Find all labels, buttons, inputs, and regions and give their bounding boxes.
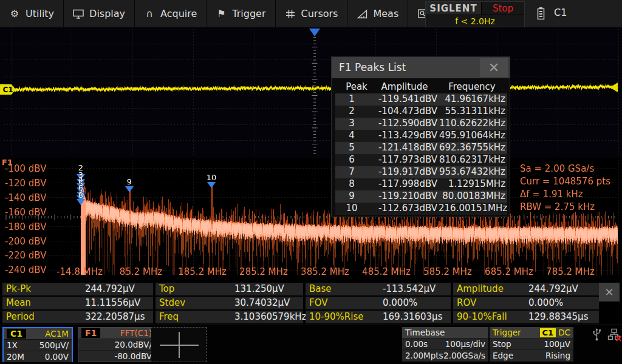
peaks-table-row[interactable]: 6-117.973dBV810.62317kHz	[335, 154, 507, 166]
peak-marker-number: 10	[207, 173, 217, 182]
peak-amplitude: -117.973dBV	[372, 154, 437, 165]
menu-item-acquire[interactable]: ∩Acquire	[135, 0, 207, 27]
measurement-value: 244.792μV	[528, 283, 578, 294]
trigger-level-arrow-icon[interactable]	[610, 83, 618, 92]
measurement-value: 0.000%	[383, 297, 417, 308]
peaks-table-row[interactable]: 9-119.210dBV80.00183MHz	[335, 190, 507, 203]
menu-item-label: Acquire	[160, 8, 197, 19]
trigger-descriptor[interactable]: Trigger C1 DC Stop 100μV Edge Rising	[490, 327, 573, 362]
peaks-panel-close-button[interactable]: ✕	[480, 58, 508, 77]
fft-info-line: RBW = 2.75 kHz	[520, 201, 595, 212]
measurement-cell-rov[interactable]: ROV0.000%	[453, 297, 599, 309]
fft-frequency-tick-label: 185.2 MHz	[178, 266, 227, 277]
waveform-display[interactable]: C1 F1 -100 dBV-120 dBV-140 dBV-160 dBV-1…	[0, 27, 622, 279]
graticule-canvas[interactable]	[0, 27, 622, 279]
peaks-table-row[interactable]: 2-104.473dBV55.31311kHz	[335, 106, 507, 118]
peaks-table-row[interactable]: 5-121.418dBV692.36755kHz	[335, 142, 507, 154]
menu-bar: ⚙UtilityDisplay∩Acquire⚑TriggerCursorsMe…	[0, 0, 622, 28]
fft-dbv-tick-label: -180 dBV	[5, 221, 46, 232]
peak-frequency: 495.91064kHz	[439, 130, 505, 141]
measurement-cell-pk-pk[interactable]: Pk-Pk244.792μV	[2, 283, 153, 295]
channel-c1-descriptor[interactable]: C1 AC1M 1X 500μV/ 20M 0.00V	[2, 327, 73, 362]
peak-number: 2	[335, 106, 368, 116]
measurement-value: 131.250μV	[234, 283, 284, 294]
brand-status-box: SIGLENT Stop f < 2.0Hz	[425, 1, 525, 27]
peaks-table-row[interactable]: 8-117.998dBV1.12915MHz	[335, 178, 507, 190]
trigger-source-badge: C1	[540, 328, 556, 337]
c1-scale: 500μV/	[39, 340, 69, 350]
menu-item-label: Trigger	[232, 8, 265, 19]
measurement-label: 90-10%Fall	[457, 311, 507, 322]
measurement-label: Top	[159, 283, 174, 294]
measurement-cell-10-90%rise[interactable]: 10-90%Rise169.31603μs	[306, 311, 451, 323]
measurement-cell-fov[interactable]: FOV0.000%	[306, 297, 451, 309]
peaks-panel-header[interactable]: F1 Peaks List ✕	[332, 57, 510, 78]
fft-dbv-tick-label: -240 dBV	[5, 265, 46, 275]
peak-frequency: 41.96167kHz	[439, 93, 505, 104]
measurement-cell-top[interactable]: Top131.250μV	[156, 283, 303, 295]
menu-item-label: Meas	[373, 8, 398, 19]
measurement-label: FOV	[309, 297, 327, 308]
timebase-scale: 100μs/div	[445, 339, 485, 349]
trigger-position-marker-icon[interactable]	[309, 29, 320, 36]
siglent-logo: SIGLENT	[426, 2, 482, 15]
measurement-label: Mean	[6, 297, 31, 308]
peaks-table-row[interactable]: 4-113.429dBV495.91064kHz	[335, 130, 507, 142]
c1-offset: 0.00V	[45, 352, 69, 362]
measurement-label: Stdev	[159, 297, 185, 308]
acquisition-status[interactable]: Stop	[482, 2, 524, 15]
measurement-strip: Pk-Pk244.792μVTop131.250μVBase-113.542μV…	[0, 279, 622, 325]
measurement-cell-mean[interactable]: Mean11.11556μV	[2, 297, 153, 309]
peak-marker-triangle-icon	[125, 186, 134, 192]
measurement-cell-amplitude[interactable]: Amplitude244.792μV	[453, 283, 599, 295]
menu-item-utility[interactable]: ⚙Utility	[0, 0, 64, 27]
close-icon: ✕	[604, 286, 613, 298]
peak-number: 7	[335, 166, 368, 177]
measurement-label: Freq	[159, 311, 179, 322]
measurement-cell-stdev[interactable]: Stdev30.74032μV	[156, 297, 303, 309]
peak-number: 5	[335, 142, 368, 153]
usb-icon[interactable]	[592, 328, 602, 344]
menu-item-display[interactable]: Display	[64, 0, 135, 27]
menu-item-cursors[interactable]: Cursors	[276, 0, 348, 27]
add-trace-button[interactable]	[151, 327, 207, 362]
timebase-points: 2.00Mpts	[405, 351, 443, 360]
peak-frequency: 810.62317kHz	[439, 154, 505, 165]
menu-item-trigger[interactable]: ⚑Trigger	[207, 0, 275, 27]
timebase-descriptor[interactable]: Timebase 0.00s 100μs/div 2.00Mpts 2.00GS…	[402, 327, 488, 362]
peak-amplitude: -119.210dBV	[372, 190, 437, 201]
peak-amplitude: -112.673dBV	[372, 203, 437, 214]
f1-function: FFT(C1)	[120, 328, 152, 338]
peak-amplitude: -119.917dBV	[372, 166, 437, 177]
trigger-frequency-readout: f < 2.0Hz	[426, 15, 524, 27]
peak-number: 8	[335, 178, 368, 189]
measurement-cell-90-10%fall[interactable]: 90-10%Fall129.88345μs	[453, 311, 599, 323]
peak-marker-triangle-icon	[207, 182, 216, 188]
peaks-table-row[interactable]: 1-119.541dBV41.96167kHz	[335, 93, 507, 106]
active-channel-indicator[interactable]: C1	[554, 7, 567, 18]
trigger-label: Trigger	[493, 328, 521, 337]
fft-frequency-tick-label: 585.2 MHz	[423, 266, 472, 277]
peaks-table-row[interactable]: 7-119.917dBV953.67432kHz	[335, 166, 507, 178]
measurement-close-button[interactable]: ✕	[599, 283, 620, 302]
measurement-cell-base[interactable]: Base-113.542μV	[306, 283, 451, 295]
measurement-value: 169.31603μs	[383, 311, 442, 322]
peaks-table-row[interactable]: 3-112.590dBV110.62622kHz	[335, 118, 507, 130]
fft-frequency-tick-label: 785.2 MHz	[546, 266, 595, 277]
measurement-value: 0.000%	[528, 297, 563, 308]
peaks-table-row[interactable]: 10-112.673dBV216.00151MHz	[335, 203, 507, 215]
math-f1-descriptor[interactable]: F1 FFT(C1) 20.0dBV/ -80.0dBV	[78, 327, 156, 362]
gear-icon: ⚙	[9, 8, 20, 19]
peak-frequency: 216.00151MHz	[439, 203, 505, 214]
peak-marker-triangle-icon	[77, 199, 85, 205]
hash-grid-icon	[285, 8, 296, 19]
measurement-cell-freq[interactable]: Freq3.10360579kHz	[156, 311, 303, 323]
acquire-arch-icon: ∩	[144, 8, 155, 19]
measurement-label: Pk-Pk	[6, 283, 31, 294]
network-error-icon[interactable]	[607, 328, 622, 344]
measurement-value: 322.20587μs	[85, 311, 145, 322]
measurement-cell-period[interactable]: Period322.20587μs	[2, 311, 153, 323]
menu-item-meas[interactable]: Meas	[347, 0, 408, 27]
measurement-label: 10-90%Rise	[309, 311, 363, 322]
measurement-value: 129.88345μs	[528, 311, 588, 322]
